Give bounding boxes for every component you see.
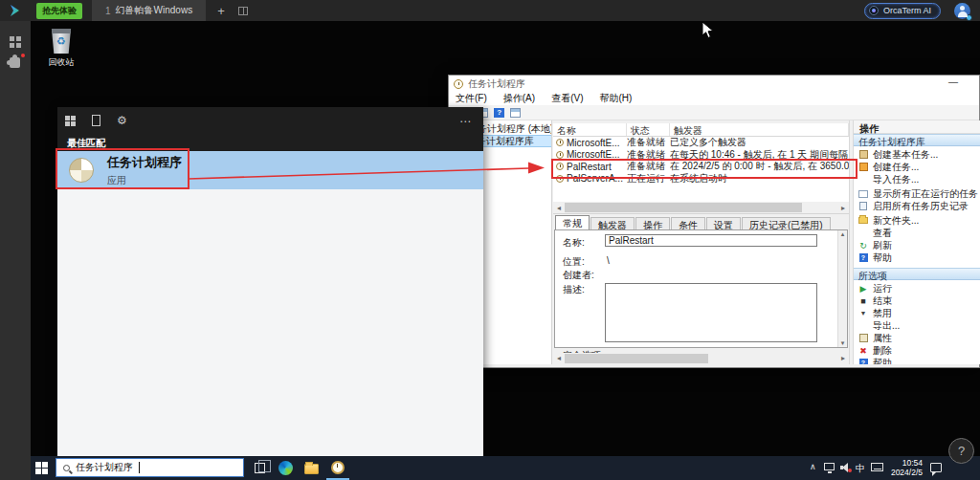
search-panel-header: ⚙ ⋯ 最佳匹配 — [57, 107, 483, 151]
taskbar-search-box[interactable]: 任务计划程序 — [56, 458, 244, 477]
scroll-down-icon[interactable]: ▾ — [838, 339, 847, 347]
task-details-pane: 常规 触发器 操作 条件 设置 历史记录(已禁用) 名称: PalRestart… — [553, 213, 849, 364]
recycle-bin[interactable]: 回收站 — [36, 29, 86, 69]
search-result-task-scheduler[interactable]: 任务计划程序 应用 — [57, 151, 483, 189]
action-properties[interactable]: 属性 — [854, 332, 980, 344]
window-title: 任务计划程序 — [468, 77, 525, 91]
network-display-icon[interactable] — [824, 463, 835, 470]
action-create-task[interactable]: 创建任务... — [854, 161, 980, 173]
documents-filter-icon[interactable] — [92, 115, 100, 126]
scrollbar-thumb[interactable] — [565, 203, 802, 212]
tab-actions[interactable]: 操作 — [635, 217, 670, 229]
scrollbar-thumb[interactable] — [565, 354, 708, 363]
search-icon — [63, 465, 70, 471]
delete-icon: ✖ — [854, 346, 873, 356]
user-avatar[interactable] — [954, 3, 970, 19]
action-center-icon[interactable] — [930, 463, 942, 472]
column-name[interactable]: 名称 — [553, 123, 627, 136]
action-export[interactable]: 导出... — [854, 319, 980, 332]
split-view-icon[interactable] — [238, 7, 248, 15]
apps-grid-icon[interactable] — [10, 36, 21, 48]
action-refresh[interactable]: ↻ 刷新 — [854, 239, 980, 251]
orcaterm-ai-icon — [869, 6, 879, 15]
menu-help[interactable]: 帮助(H) — [599, 92, 632, 105]
tab-label: 幻兽帕鲁Windows — [116, 4, 193, 17]
action-end[interactable]: ■ 结束 — [854, 295, 980, 307]
task-row[interactable]: MicrosoftE... 准备就绪 已定义多个触发器 — [553, 137, 849, 149]
apps-filter-icon[interactable] — [65, 116, 76, 126]
scroll-left-icon[interactable]: ◂ — [553, 354, 565, 362]
edge-browser-icon[interactable] — [278, 461, 293, 475]
help-icon: ? — [859, 253, 868, 262]
action-help-selected[interactable]: ? 帮助 — [854, 357, 980, 364]
task-scheduler-icon — [454, 79, 463, 89]
basic-task-icon — [859, 150, 868, 159]
details-vertical-scrollbar[interactable]: ▴ ▾ — [837, 230, 847, 347]
file-explorer-icon[interactable] — [304, 464, 319, 474]
app-logo-icon[interactable] — [8, 3, 23, 18]
minimize-button[interactable]: — — [943, 76, 964, 87]
scroll-up-icon[interactable]: ▴ — [838, 230, 847, 238]
orcaterm-ai-button[interactable]: OrcaTerm AI — [864, 3, 941, 19]
tab-history[interactable]: 历史记录(已禁用) — [742, 217, 831, 229]
start-button[interactable] — [35, 462, 48, 474]
action-new-folder[interactable]: 新文件夹... — [854, 214, 980, 227]
settings-filter-icon[interactable]: ⚙ — [117, 115, 127, 126]
action-create-basic-task[interactable]: 创建基本任务... — [854, 148, 980, 161]
tab-general[interactable]: 常规 — [555, 215, 590, 229]
taskbar-clock[interactable]: 10:54 2024/2/5 — [880, 458, 923, 477]
hidden-icons-chevron-icon[interactable]: ∧ — [810, 462, 816, 471]
console-window-icon[interactable] — [510, 108, 521, 118]
action-view[interactable]: 查看 — [854, 227, 980, 239]
scroll-right-icon[interactable]: ▸ — [837, 204, 849, 212]
tab-settings[interactable]: 设置 — [706, 217, 741, 229]
tab-triggers[interactable]: 触发器 — [590, 217, 635, 229]
task-row[interactable]: MicrosoftE... 准备就绪 在每天的 10:46 - 触发后, 在 1… — [553, 149, 849, 162]
task-row[interactable]: PalServerA... 正在运行 在系统启动时 — [553, 173, 849, 185]
session-tab[interactable]: 1 幻兽帕鲁Windows — [92, 0, 206, 21]
task-icon — [556, 151, 564, 159]
task-scheduler-taskbar-icon[interactable] — [331, 461, 345, 474]
task-scheduler-window: 任务计划程序 — 文件(F) 操作(A) 查看(V) 帮助(H) ◀ ▶ ? 任… — [448, 75, 980, 368]
task-view-icon[interactable] — [255, 463, 265, 473]
action-show-running-tasks[interactable]: 显示所有正在运行的任务 — [854, 187, 980, 200]
action-import-task[interactable]: 导入任务... — [854, 173, 980, 185]
task-list: 名称 状态 触发器 MicrosoftE... 准备就绪 已定义多个触发器 Mi… — [553, 123, 849, 213]
action-help[interactable]: ? 帮助 — [854, 251, 980, 264]
task-icon — [556, 175, 564, 183]
result-title: 任务计划程序 — [107, 154, 182, 171]
volume-muted-icon[interactable] — [840, 463, 852, 472]
plugins-icon[interactable] — [10, 57, 20, 68]
menu-action[interactable]: 操作(A) — [503, 92, 535, 105]
details-horizontal-scrollbar[interactable]: ◂ ▸ — [553, 353, 849, 363]
list-horizontal-scrollbar[interactable]: ◂ ▸ — [553, 202, 849, 213]
action-run[interactable]: ▶ 运行 — [854, 282, 980, 295]
new-tab-button[interactable]: + — [217, 4, 225, 18]
task-scheduler-app-icon — [69, 158, 94, 183]
description-field[interactable] — [605, 283, 817, 342]
actions-section-library: 任务计划程序库 — [854, 134, 980, 146]
action-disable[interactable]: ▼ 禁用 — [854, 307, 980, 319]
scroll-left-icon[interactable]: ◂ — [553, 204, 565, 212]
scroll-right-icon[interactable]: ▸ — [837, 354, 849, 362]
help-floating-button[interactable]: ? — [948, 438, 974, 464]
window-titlebar[interactable]: 任务计划程序 — — [449, 76, 979, 92]
action-enable-history[interactable]: 启用所有任务历史记录 — [854, 200, 980, 212]
help-icon[interactable]: ? — [494, 108, 504, 118]
menubar: 文件(F) 操作(A) 查看(V) 帮助(H) — [449, 92, 979, 105]
result-type: 应用 — [107, 174, 182, 187]
more-options-icon[interactable]: ⋯ — [459, 115, 472, 128]
task-icon — [556, 139, 564, 146]
ime-indicator[interactable]: 中 — [856, 462, 865, 475]
task-row-palrestart[interactable]: PalRestart 准备就绪 在 2024/2/5 的 0:00 时 - 触发… — [553, 161, 849, 173]
column-trigger[interactable]: 触发器 — [670, 123, 849, 136]
column-status[interactable]: 状态 — [627, 123, 670, 136]
menu-file[interactable]: 文件(F) — [456, 92, 487, 105]
menu-view[interactable]: 查看(V) — [551, 92, 583, 105]
tab-conditions[interactable]: 条件 — [671, 217, 705, 229]
task-name-field[interactable]: PalRestart — [605, 234, 817, 247]
screen: 任务计划程序 — 文件(F) 操作(A) 查看(V) 帮助(H) ◀ ▶ ? 任… — [0, 0, 980, 480]
clock-date: 2024/2/5 — [880, 468, 923, 477]
search-input[interactable]: 任务计划程序 — [76, 461, 133, 474]
action-delete[interactable]: ✖ 删除 — [854, 344, 980, 357]
